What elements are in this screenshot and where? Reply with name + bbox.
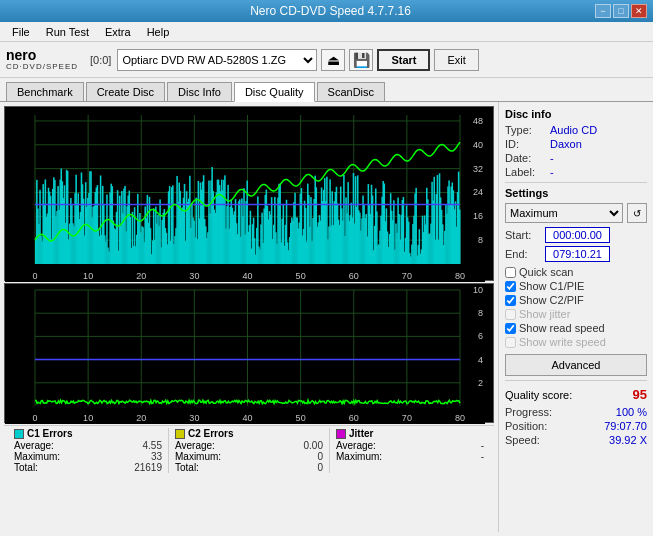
stats-bar: C1 Errors Average:4.55 Maximum:33 Total:… <box>4 425 494 475</box>
settings-icon-button[interactable]: ↺ <box>627 203 647 223</box>
settings-title: Settings <box>505 187 647 199</box>
menu-run-test[interactable]: Run Test <box>38 24 97 40</box>
show-c1pie-row: Show C1/PIE <box>505 280 647 292</box>
c2-stats: C2 Errors Average:0.00 Maximum:0 Total:0 <box>169 428 330 473</box>
c1-color <box>14 429 24 439</box>
advanced-button[interactable]: Advanced <box>505 354 647 376</box>
end-time-value: 079:10.21 <box>545 246 610 262</box>
c2-total-value: 0 <box>317 462 323 473</box>
window-controls: − □ ✕ <box>595 4 647 18</box>
close-button[interactable]: ✕ <box>631 4 647 18</box>
show-read-speed-label: Show read speed <box>519 322 605 334</box>
right-panel: Disc info Type: Audio CD ID: Daxon Date:… <box>498 102 653 532</box>
drive-label: [0:0] <box>90 54 111 66</box>
show-c2pif-row: Show C2/PIF <box>505 294 647 306</box>
title-bar: Nero CD-DVD Speed 4.7.7.16 − □ ✕ <box>0 0 653 22</box>
c1-max-label: Maximum: <box>14 451 60 462</box>
speed-value: 39.92 X <box>609 434 647 446</box>
exit-button[interactable]: Exit <box>434 49 478 71</box>
position-label: Position: <box>505 420 547 432</box>
tab-scan-disc[interactable]: ScanDisc <box>317 82 385 101</box>
show-write-speed-checkbox[interactable] <box>505 337 516 348</box>
jitter-stats: Jitter Average:- Maximum:- <box>330 428 490 473</box>
show-c1pie-checkbox[interactable] <box>505 281 516 292</box>
c2-max-label: Maximum: <box>175 451 221 462</box>
tab-benchmark[interactable]: Benchmark <box>6 82 84 101</box>
c1-total-label: Total: <box>14 462 38 473</box>
tab-bar: Benchmark Create Disc Disc Info Disc Qua… <box>0 78 653 102</box>
jitter-max-value: - <box>481 451 484 462</box>
menu-extra[interactable]: Extra <box>97 24 139 40</box>
jitter-avg-value: - <box>481 440 484 451</box>
type-label: Type: <box>505 124 550 136</box>
end-time-label: End: <box>505 248 545 260</box>
type-value: Audio CD <box>550 124 597 136</box>
nero-logo-subtext: CD·DVD/SPEED <box>6 62 78 71</box>
show-write-speed-row: Show write speed <box>505 336 647 348</box>
bottom-chart <box>4 283 494 423</box>
progress-label: Progress: <box>505 406 552 418</box>
speed-row: Maximum 48x 40x ↺ <box>505 203 647 223</box>
end-time-row: End: 079:10.21 <box>505 246 647 262</box>
start-time-label: Start: <box>505 229 545 241</box>
show-c1pie-label: Show C1/PIE <box>519 280 584 292</box>
chart-area: C1 Errors Average:4.55 Maximum:33 Total:… <box>0 102 498 532</box>
tab-create-disc[interactable]: Create Disc <box>86 82 165 101</box>
id-label: ID: <box>505 138 550 150</box>
save-button[interactable]: 💾 <box>349 49 373 71</box>
show-jitter-row: Show jitter <box>505 308 647 320</box>
date-value: - <box>550 152 554 164</box>
disc-info-title: Disc info <box>505 108 647 120</box>
c2-avg-label: Average: <box>175 440 215 451</box>
disc-label-value: - <box>550 166 554 178</box>
c2-max-value: 0 <box>317 451 323 462</box>
c1-total-value: 21619 <box>134 462 162 473</box>
speed-label: Speed: <box>505 434 540 446</box>
toolbar: nero CD·DVD/SPEED [0:0] Optiarc DVD RW A… <box>0 42 653 78</box>
show-jitter-label: Show jitter <box>519 308 570 320</box>
start-time-row: Start: 000:00.00 <box>505 227 647 243</box>
c1-label: C1 Errors <box>27 428 73 439</box>
quality-score-label: Quality score: <box>505 389 572 401</box>
jitter-max-label: Maximum: <box>336 451 382 462</box>
show-c2pif-label: Show C2/PIF <box>519 294 584 306</box>
tab-disc-quality[interactable]: Disc Quality <box>234 82 315 102</box>
quality-score-value: 95 <box>633 387 647 402</box>
window-title: Nero CD-DVD Speed 4.7.7.16 <box>66 4 595 18</box>
id-value: Daxon <box>550 138 582 150</box>
menu-help[interactable]: Help <box>139 24 178 40</box>
c1-avg-value: 4.55 <box>143 440 162 451</box>
tab-disc-info[interactable]: Disc Info <box>167 82 232 101</box>
position-value: 79:07.70 <box>604 420 647 432</box>
date-label: Date: <box>505 152 550 164</box>
progress-value: 100 % <box>616 406 647 418</box>
quick-scan-row: Quick scan <box>505 266 647 278</box>
start-time-value: 000:00.00 <box>545 227 610 243</box>
jitter-label: Jitter <box>349 428 373 439</box>
menu-bar: File Run Test Extra Help <box>0 22 653 42</box>
c1-stats: C1 Errors Average:4.55 Maximum:33 Total:… <box>8 428 169 473</box>
show-write-speed-label: Show write speed <box>519 336 606 348</box>
show-read-speed-checkbox[interactable] <box>505 323 516 334</box>
minimize-button[interactable]: − <box>595 4 611 18</box>
c2-avg-value: 0.00 <box>304 440 323 451</box>
quality-score-row: Quality score: 95 <box>505 387 647 402</box>
c2-total-label: Total: <box>175 462 199 473</box>
main-content: C1 Errors Average:4.55 Maximum:33 Total:… <box>0 102 653 532</box>
speed-select[interactable]: Maximum 48x 40x <box>505 203 623 223</box>
menu-file[interactable]: File <box>4 24 38 40</box>
c2-label: C2 Errors <box>188 428 234 439</box>
nero-logo: nero CD·DVD/SPEED <box>6 48 78 71</box>
eject-button[interactable]: ⏏ <box>321 49 345 71</box>
start-button[interactable]: Start <box>377 49 430 71</box>
show-c2pif-checkbox[interactable] <box>505 295 516 306</box>
top-chart <box>4 106 494 281</box>
progress-section: Progress: 100 % Position: 79:07.70 Speed… <box>505 406 647 446</box>
nero-logo-text: nero <box>6 48 78 62</box>
show-jitter-checkbox[interactable] <box>505 309 516 320</box>
maximize-button[interactable]: □ <box>613 4 629 18</box>
quick-scan-checkbox[interactable] <box>505 267 516 278</box>
jitter-color <box>336 429 346 439</box>
drive-select[interactable]: Optiarc DVD RW AD-5280S 1.ZG <box>117 49 317 71</box>
c1-avg-label: Average: <box>14 440 54 451</box>
